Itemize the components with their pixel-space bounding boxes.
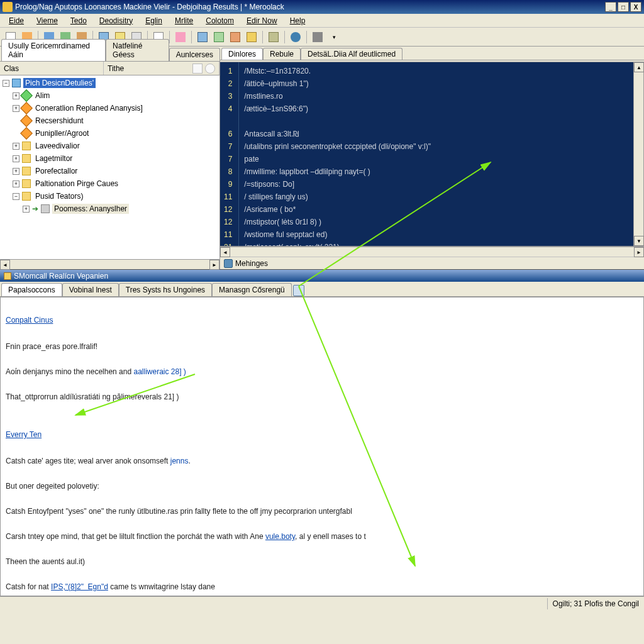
tree-view[interactable]: − Pich DesicnDetulies' +Alim +Coneratlio… <box>0 75 219 259</box>
scroll-left-button[interactable]: ◄ <box>0 260 10 270</box>
right-tabs-row: Dinlores Rebule DetsäL.Diia Alf deutlicm… <box>220 47 644 60</box>
tree-item[interactable]: Punipller/Agroot <box>3 127 217 140</box>
tree-item[interactable]: +Coneratlion Replaned Ananysis] <box>3 102 217 114</box>
tb-paste-icon[interactable] <box>267 30 280 44</box>
right-tab-dinlores[interactable]: Dinlores <box>221 48 263 60</box>
editor-vscrollbar[interactable]: ▲ ▼ <box>633 62 643 246</box>
menu-tedo[interactable]: Tedo <box>65 15 92 26</box>
module-icon <box>20 89 33 102</box>
menu-eglin[interactable]: Eglin <box>140 15 167 26</box>
scroll-right-button[interactable]: ► <box>634 247 644 257</box>
tree-item[interactable]: −Pusid Teators) <box>3 190 217 203</box>
maximize-button[interactable]: □ <box>618 2 629 12</box>
expander-icon[interactable]: − <box>3 80 9 87</box>
arrow-icon: ➔ <box>32 204 38 213</box>
scroll-left-button[interactable]: ◄ <box>220 247 230 257</box>
close-button[interactable]: X <box>630 2 641 12</box>
tree-item-leaf[interactable]: +➔Poomess: Ananyslher <box>3 203 217 215</box>
output-line: Catsh cate' ages tite; weal arver anok o… <box>6 455 638 467</box>
minimize-button[interactable]: _ <box>605 2 616 12</box>
expander-icon[interactable]: + <box>13 155 19 162</box>
left-tabs-row: Usully Eoricemrdinamed Aáin Natfeliné Gé… <box>0 47 220 62</box>
expander-icon[interactable]: + <box>13 105 19 112</box>
messages-row[interactable]: Mehinges <box>220 257 644 269</box>
tree-item[interactable]: +Alim <box>3 89 217 102</box>
folder-icon <box>22 154 31 163</box>
left-tab-3[interactable]: Aunlcerses <box>169 48 220 61</box>
scroll-down-button[interactable]: ▼ <box>634 236 644 246</box>
expander-icon[interactable]: − <box>13 193 19 200</box>
code-editor[interactable]: 123 46 778 91112 121121 /Mtstc:–=1n31782… <box>220 62 633 246</box>
scroll-up-button[interactable]: ▲ <box>634 62 644 72</box>
midpanel-icon <box>4 272 11 280</box>
tb-dropdown-icon[interactable]: ▾ <box>327 30 341 44</box>
bottom-tab-4[interactable]: Manasgn Cősrengü <box>212 283 292 296</box>
menu-colotom[interactable]: Colotom <box>201 15 239 26</box>
menu-edirnow[interactable]: Edir Now <box>242 15 282 26</box>
expander-icon[interactable]: + <box>13 180 19 187</box>
left-tab-1[interactable]: Usully Eoricemrdinamed Aáin <box>1 39 106 61</box>
output-line: But oner degeited polovetiy: <box>6 480 638 492</box>
menu-mrite[interactable]: Mrlite <box>170 15 198 26</box>
tree-item[interactable]: +Lagetmiltor <box>3 152 217 165</box>
editor-panel: 123 46 778 91112 121121 /Mtstc:–=1n31782… <box>220 62 644 269</box>
item-icon <box>41 204 50 213</box>
tb-tool-icon[interactable] <box>311 30 325 44</box>
bottom-tabs-row: Papalsoccons Vobinal lnest Tres Systs hs… <box>0 282 644 297</box>
tree-item[interactable]: Recsershidunt <box>3 114 217 127</box>
folder-icon <box>22 142 31 150</box>
bottom-tab-3[interactable]: Tres Systs hs Ungoines <box>119 283 212 296</box>
output-line: Catsh for nat IPS,"(8]2" Egn"d came ts w… <box>6 580 638 593</box>
output-line: Carsh tntey ope mind, that get be liltul… <box>6 530 638 543</box>
tb-panel2-icon[interactable] <box>212 30 226 44</box>
tree-item[interactable]: +Paltionation Pirge Caues <box>3 177 217 190</box>
expander-icon[interactable]: + <box>13 168 19 175</box>
tb-panel3-icon[interactable] <box>228 30 242 44</box>
tb-eraser-icon[interactable] <box>174 30 187 44</box>
tb-panel1-icon[interactable] <box>196 30 209 44</box>
tree-header: Clas Tithe <box>0 62 219 75</box>
bottom-tab-icon[interactable] <box>293 285 304 296</box>
window-title: Prolog/Nag Aputops Loonances Mackine Vie… <box>15 3 605 11</box>
bottom-tab-1[interactable]: Papalsoccons <box>1 283 62 296</box>
tree-panel: Clas Tithe − Pich DesicnDetulies' +Alim … <box>0 62 220 269</box>
folder-icon <box>22 192 31 201</box>
expander-icon[interactable]: + <box>13 143 19 150</box>
tb-chart-icon[interactable] <box>245 30 258 44</box>
module-icon <box>20 102 33 114</box>
status-bar: Ogilti; 31 Plofis the Congil <box>0 596 644 610</box>
editor-content[interactable]: /Mtstc:–=1n317820./ätticē–uplmush 1")/ms… <box>239 62 436 246</box>
right-tab-rebule[interactable]: Rebule <box>263 48 301 60</box>
menu-deodistry[interactable]: Deodisitry <box>94 15 138 26</box>
status-cell: Ogilti; 31 Plofis the Congil <box>547 598 644 609</box>
tree-item[interactable]: +Laveedivalior <box>3 140 217 152</box>
bottom-tab-2[interactable]: Vobinal lnest <box>62 283 119 296</box>
output-pane[interactable]: Conpalt Cinus Fnin prace_eras pore.lfral… <box>0 297 644 596</box>
expander-icon[interactable]: + <box>13 92 19 99</box>
expander-icon[interactable]: + <box>23 206 30 213</box>
tree-item[interactable]: +Porefectallor <box>3 165 217 177</box>
midpanel-header: SMomcall Realícn Vepanien <box>0 269 644 282</box>
output-line: Aoίn denjanys mino the necelhen and aall… <box>6 365 638 378</box>
tree-root[interactable]: − Pich DesicnDetulies' <box>3 77 217 89</box>
left-tab-2[interactable]: Natfeliné Géess <box>106 39 169 61</box>
scroll-right-button[interactable]: ► <box>209 260 219 270</box>
messages-icon <box>224 259 233 268</box>
midpanel-title: SMomcall Realícn Vepanien <box>14 272 108 280</box>
right-tab-detsal[interactable]: DetsäL.Diia Alf deutlicmed <box>301 48 402 60</box>
menu-view[interactable]: Vieme <box>31 15 63 26</box>
menu-help[interactable]: Help <box>285 15 311 26</box>
tree-col-icon[interactable] <box>192 64 203 74</box>
tree-col-refresh-icon[interactable] <box>205 64 215 74</box>
output-line: Catsh Entoyfpent "yses" one" the runly ü… <box>6 505 638 518</box>
window-controls: _ □ X <box>605 2 641 12</box>
title-bar: Prolog/Nag Aputops Loonances Mackine Vie… <box>0 0 644 14</box>
tree-col-clas[interactable]: Clas <box>0 62 104 75</box>
editor-hscrollbar[interactable]: ◄ ► <box>220 247 644 257</box>
tb-globe-icon[interactable] <box>289 30 303 44</box>
tree-col-tithe[interactable]: Tithe <box>104 62 219 75</box>
work-area: Clas Tithe − Pich DesicnDetulies' +Alim … <box>0 62 644 269</box>
output-line: Fnin prace_eras pore.lfralif! <box>6 340 638 353</box>
tree-hscrollbar[interactable]: ◄ ► <box>0 259 219 269</box>
menu-edit[interactable]: Eide <box>4 15 29 26</box>
